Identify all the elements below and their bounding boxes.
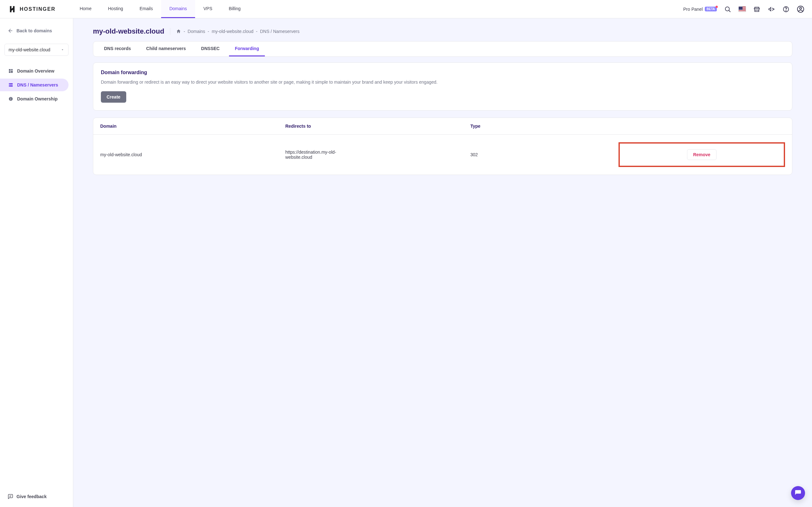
svg-rect-12 [9, 85, 13, 87]
domain-select-value: my-old-website.cloud [9, 47, 50, 52]
chevron-down-icon [61, 48, 64, 52]
brand-mark-icon [9, 5, 17, 13]
page-title: my-old-website.cloud [93, 27, 164, 36]
pro-panel-label: Pro Panel [683, 7, 703, 12]
cell-redirects-to: https://destination.my-old-website.cloud [286, 150, 346, 160]
home-icon[interactable] [176, 29, 181, 34]
forwarding-table: Domain Redirects to Type my-old-website.… [93, 118, 792, 175]
announcements-icon[interactable] [768, 5, 775, 13]
nav-hosting[interactable]: Hosting [100, 0, 131, 18]
chat-bubble[interactable] [791, 486, 805, 500]
col-header-redirects-to: Redirects to [286, 124, 471, 129]
sidebar-item-label: Domain Ownership [17, 96, 58, 101]
svg-point-14 [9, 86, 10, 86]
brand-name: HOSTINGER [20, 6, 55, 12]
help-icon[interactable] [782, 5, 790, 13]
flag-us-icon [739, 6, 746, 12]
give-feedback[interactable]: Give feedback [4, 491, 68, 503]
sidebar-items: Domain Overview DNS / Nameservers Domain… [4, 65, 68, 105]
svg-rect-10 [9, 71, 10, 73]
primary-nav: Home Hosting Emails Domains VPS Billing [71, 0, 249, 18]
top-nav: HOSTINGER Home Hosting Emails Domains VP… [0, 0, 812, 18]
table-row: my-old-website.cloud https://destination… [93, 135, 792, 175]
panel-title: Domain forwarding [101, 70, 784, 75]
nav-right: Pro Panel BETA [683, 5, 804, 13]
sidebar-item-label: DNS / Nameservers [17, 82, 58, 88]
svg-rect-11 [9, 83, 13, 84]
svg-rect-9 [11, 71, 13, 73]
cell-domain: my-old-website.cloud [100, 152, 286, 157]
divider [170, 28, 170, 35]
panel-description: Domain forwarding or redirect is an easy… [101, 78, 784, 86]
nav-vps[interactable]: VPS [195, 0, 220, 18]
breadcrumb: - Domains - my-old-website.cloud - DNS /… [176, 29, 299, 34]
chat-icon [795, 490, 802, 497]
page-header: my-old-website.cloud - Domains - my-old-… [93, 27, 792, 36]
svg-rect-16 [10, 99, 11, 100]
tab-forwarding[interactable]: Forwarding [229, 42, 264, 56]
svg-rect-8 [11, 69, 13, 70]
locale-flag[interactable] [739, 5, 746, 13]
nav-home[interactable]: Home [71, 0, 100, 18]
breadcrumb-item[interactable]: my-old-website.cloud [212, 29, 254, 34]
domain-select[interactable]: my-old-website.cloud [4, 44, 68, 56]
dns-icon [8, 82, 13, 88]
feedback-label: Give feedback [16, 494, 47, 499]
breadcrumb-item: DNS / Nameservers [260, 29, 299, 34]
svg-point-5 [800, 7, 802, 9]
nav-billing[interactable]: Billing [220, 0, 249, 18]
breadcrumb-sep: - [256, 29, 258, 34]
svg-point-0 [725, 7, 729, 11]
tab-dns-records[interactable]: DNS records [98, 42, 137, 56]
sidebar-item-dns-nameservers[interactable]: DNS / Nameservers [0, 78, 68, 91]
sidebar: Back to domains my-old-website.cloud Dom… [0, 18, 73, 507]
remove-highlight: Remove [618, 142, 785, 167]
pro-panel-link[interactable]: Pro Panel BETA [683, 7, 717, 12]
store-icon[interactable] [753, 5, 761, 13]
create-button[interactable]: Create [101, 91, 126, 103]
table-header-row: Domain Redirects to Type [93, 118, 792, 135]
svg-rect-7 [9, 69, 10, 71]
dashboard-icon [8, 68, 13, 73]
breadcrumb-sep: - [208, 29, 209, 34]
sidebar-item-domain-overview[interactable]: Domain Overview [0, 65, 68, 77]
beta-badge: BETA [705, 7, 717, 11]
info-icon [8, 96, 13, 101]
remove-button[interactable]: Remove [687, 149, 716, 160]
svg-rect-17 [10, 98, 11, 98]
col-header-type: Type [470, 124, 618, 129]
back-to-domains[interactable]: Back to domains [4, 25, 68, 36]
breadcrumb-item[interactable]: Domains [188, 29, 205, 34]
main-content: my-old-website.cloud - Domains - my-old-… [73, 18, 812, 507]
back-label: Back to domains [16, 28, 52, 33]
domain-forwarding-panel: Domain forwarding Domain forwarding or r… [93, 62, 792, 111]
feedback-icon [8, 494, 13, 499]
cell-type: 302 [470, 152, 618, 157]
svg-point-13 [9, 83, 10, 84]
breadcrumb-sep: - [184, 29, 185, 34]
nav-emails[interactable]: Emails [131, 0, 161, 18]
tab-dnssec[interactable]: DNSSEC [195, 42, 225, 56]
dns-tabs: DNS records Child nameservers DNSSEC For… [93, 41, 792, 57]
search-icon[interactable] [724, 5, 731, 13]
sidebar-item-domain-ownership[interactable]: Domain Ownership [0, 93, 68, 105]
nav-domains[interactable]: Domains [161, 0, 195, 18]
account-icon[interactable] [797, 5, 804, 13]
arrow-left-icon [8, 28, 13, 34]
sidebar-item-label: Domain Overview [17, 68, 55, 73]
svg-line-1 [729, 10, 730, 12]
col-header-domain: Domain [100, 124, 286, 129]
tab-child-nameservers[interactable]: Child nameservers [141, 42, 192, 56]
brand-logo[interactable]: HOSTINGER [9, 5, 55, 13]
